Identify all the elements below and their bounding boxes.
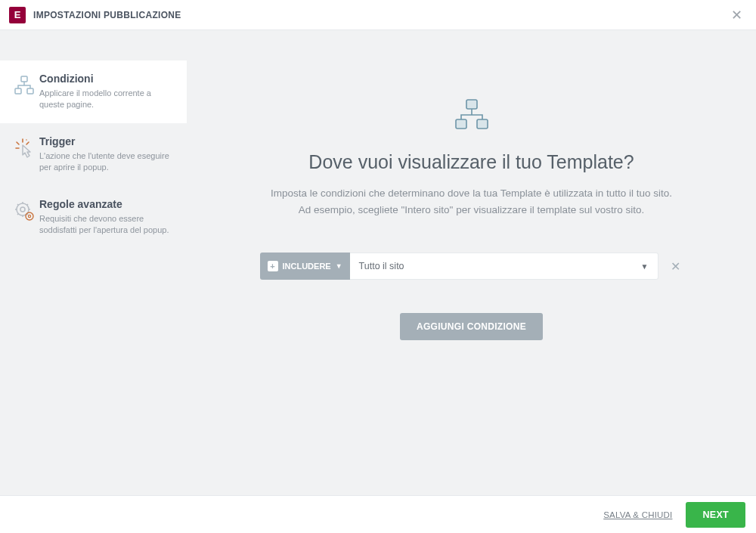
svg-point-4 xyxy=(20,207,25,212)
modal-footer: SALVA & CHIUDI NEXT xyxy=(0,495,756,533)
click-icon xyxy=(9,135,39,174)
svg-rect-0 xyxy=(21,76,27,82)
plus-icon: + xyxy=(268,261,278,271)
sidebar-item-label: Trigger xyxy=(39,135,176,147)
add-condition-button[interactable]: AGGIUNGI CONDIZIONE xyxy=(400,313,543,340)
svg-rect-8 xyxy=(456,119,466,129)
sitemap-icon xyxy=(9,73,39,111)
main-subtext: Imposta le condizioni che determinano do… xyxy=(271,185,672,218)
sidebar-item-advanced-rules[interactable]: Regole avanzate Requisiti che devono ess… xyxy=(0,186,187,249)
modal-body: Condizioni Applicare il modello corrente… xyxy=(0,30,756,495)
modal-header: E IMPOSTAZIONI PUBBLICAZIONE ✕ xyxy=(0,0,756,30)
remove-condition-icon[interactable]: ✕ xyxy=(668,256,683,277)
main-panel: Dove vuoi visualizzare il tuo Template? … xyxy=(187,30,756,495)
scope-value: Tutto il sito xyxy=(359,261,404,271)
svg-rect-9 xyxy=(477,119,488,129)
include-label: INCLUDERE xyxy=(283,262,331,271)
chevron-down-icon: ▼ xyxy=(336,262,342,270)
elementor-logo: E xyxy=(9,7,26,23)
close-icon[interactable]: ✕ xyxy=(727,4,747,26)
publish-settings-modal: E IMPOSTAZIONI PUBBLICAZIONE ✕ Condizion… xyxy=(0,0,756,533)
sidebar-item-trigger[interactable]: Trigger L'azione che l'utente deve esegu… xyxy=(0,123,187,186)
chevron-down-icon: ▼ xyxy=(641,262,649,271)
save-close-link[interactable]: SALVA & CHIUDI xyxy=(603,510,672,519)
condition-row: + INCLUDERE ▼ Tutto il sito ▼ ✕ xyxy=(260,253,683,280)
modal-title: IMPOSTAZIONI PUBBLICAZIONE xyxy=(33,10,181,20)
sitemap-hero-icon xyxy=(453,98,491,132)
sidebar-item-desc: Applicare il modello corrente a queste p… xyxy=(39,88,176,111)
sidebar-item-label: Condizioni xyxy=(39,73,176,85)
next-button[interactable]: NEXT xyxy=(686,502,745,528)
sidebar-item-desc: L'azione che l'utente deve eseguire per … xyxy=(39,150,176,174)
sidebar-item-desc: Requisiti che devono essere soddisfatti … xyxy=(39,213,176,237)
sidebar-item-conditions[interactable]: Condizioni Applicare il modello corrente… xyxy=(0,60,187,123)
main-heading: Dove vuoi visualizzare il tuo Template? xyxy=(308,151,634,173)
svg-point-5 xyxy=(26,212,33,220)
svg-rect-1 xyxy=(15,88,21,94)
gear-icon xyxy=(9,198,39,237)
svg-rect-2 xyxy=(27,88,33,94)
sidebar: Condizioni Applicare il modello corrente… xyxy=(0,30,187,495)
include-dropdown[interactable]: + INCLUDERE ▼ xyxy=(260,253,350,280)
svg-rect-7 xyxy=(466,100,477,109)
scope-select[interactable]: Tutto il sito ▼ xyxy=(350,253,658,280)
sidebar-item-label: Regole avanzate xyxy=(39,198,176,210)
svg-point-6 xyxy=(28,215,30,217)
